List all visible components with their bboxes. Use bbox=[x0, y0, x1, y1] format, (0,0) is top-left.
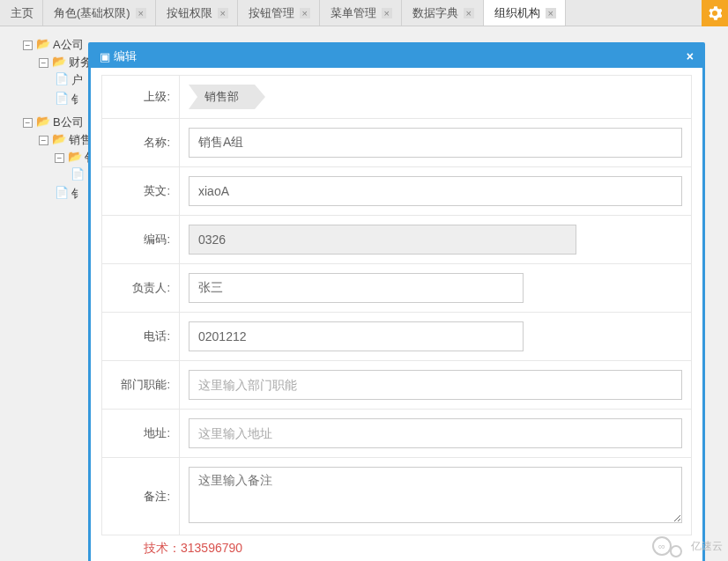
tab-home[interactable]: 主页 bbox=[0, 0, 43, 26]
tab-roles[interactable]: 角色(基础权限)× bbox=[43, 0, 156, 26]
tab-bar: 主页 角色(基础权限)× 按钮权限× 按钮管理× 菜单管理× 数据字典× 组织机… bbox=[0, 0, 728, 26]
folder-open-icon: 📂 bbox=[52, 132, 66, 145]
settings-button[interactable] bbox=[702, 0, 728, 26]
tab-button-mgmt[interactable]: 按钮管理× bbox=[238, 0, 320, 26]
remark-textarea[interactable] bbox=[189, 467, 682, 523]
watermark-icon bbox=[670, 545, 682, 557]
folder-open-icon: 📂 bbox=[36, 37, 50, 50]
tab-label: 按钮权限 bbox=[167, 5, 212, 21]
tree-label: A公司 bbox=[53, 38, 84, 51]
folder-open-icon: 📂 bbox=[36, 114, 50, 128]
collapse-icon[interactable]: − bbox=[55, 153, 64, 163]
collapse-icon[interactable]: − bbox=[23, 41, 33, 50]
field-label-name: 名称: bbox=[102, 119, 180, 167]
tab-label: 主页 bbox=[11, 5, 33, 21]
form-table: 上级: 销售部 名称: 英文: 编码: 负责人: bbox=[101, 75, 692, 535]
field-label-phone: 电话: bbox=[102, 313, 180, 361]
folder-open-icon: 📂 bbox=[68, 150, 82, 163]
field-label-owner: 负责人: bbox=[102, 264, 180, 313]
file-icon: 📄 bbox=[55, 186, 69, 199]
name-input[interactable] bbox=[189, 128, 682, 158]
close-icon[interactable]: × bbox=[300, 8, 310, 18]
tab-data-dict[interactable]: 数据字典× bbox=[402, 0, 484, 26]
collapse-icon[interactable]: − bbox=[39, 136, 48, 145]
field-label-remark: 备注: bbox=[102, 458, 180, 535]
tab-label: 角色(基础权限) bbox=[54, 5, 130, 21]
tab-button-perm[interactable]: 按钮权限× bbox=[156, 0, 238, 26]
tab-label: 菜单管理 bbox=[331, 5, 376, 21]
field-label-addr: 地址: bbox=[102, 410, 180, 458]
dialog-title: 编辑 bbox=[114, 48, 137, 64]
field-label-func: 部门职能: bbox=[102, 361, 180, 410]
owner-input[interactable] bbox=[189, 273, 524, 303]
tab-label: 组织机构 bbox=[494, 5, 540, 21]
tree-label: 户 bbox=[71, 73, 83, 86]
window-icon: ▣ bbox=[100, 50, 110, 63]
code-input bbox=[189, 225, 576, 255]
tab-label: 按钮管理 bbox=[249, 5, 294, 21]
file-icon: 📄 bbox=[71, 167, 85, 181]
tree-label: B公司 bbox=[53, 115, 84, 129]
folder-open-icon: 📂 bbox=[52, 55, 66, 68]
breadcrumb-text: 销售部 bbox=[204, 89, 239, 105]
tree-label: 钅 bbox=[71, 187, 83, 200]
close-icon[interactable]: × bbox=[464, 8, 474, 18]
file-icon: 📄 bbox=[55, 72, 69, 85]
close-icon[interactable]: × bbox=[136, 8, 146, 18]
tab-org[interactable]: 组织机构× bbox=[484, 0, 566, 26]
tech-note: 技术：313596790 bbox=[101, 535, 692, 561]
breadcrumb-item[interactable]: 销售部 bbox=[189, 85, 255, 109]
close-icon[interactable]: × bbox=[382, 8, 392, 18]
tree-label: 钅 bbox=[71, 92, 83, 106]
address-input[interactable] bbox=[189, 418, 682, 448]
phone-input[interactable] bbox=[189, 321, 524, 351]
collapse-icon[interactable]: − bbox=[39, 58, 48, 68]
gear-icon bbox=[708, 6, 722, 20]
tab-menu-mgmt[interactable]: 菜单管理× bbox=[320, 0, 402, 26]
dialog-body: 上级: 销售部 名称: 英文: 编码: 负责人: bbox=[91, 68, 702, 561]
watermark-text: 亿速云 bbox=[691, 539, 723, 554]
watermark: ∞ 亿速云 bbox=[652, 536, 723, 556]
close-icon[interactable]: × bbox=[218, 8, 228, 18]
tab-label: 数据字典 bbox=[412, 5, 458, 21]
parent-breadcrumb[interactable]: 销售部 bbox=[189, 85, 682, 109]
english-input[interactable] bbox=[189, 176, 682, 206]
dialog-header: ▣ 编辑 × bbox=[91, 45, 702, 68]
function-input[interactable] bbox=[189, 370, 682, 400]
watermark-icon: ∞ bbox=[652, 536, 672, 556]
field-label-code: 编码: bbox=[102, 216, 180, 264]
edit-dialog: ▣ 编辑 × 上级: 销售部 名称: 英文: bbox=[88, 42, 705, 561]
field-label-parent: 上级: bbox=[102, 76, 180, 119]
file-icon: 📄 bbox=[55, 92, 69, 105]
collapse-icon[interactable]: − bbox=[23, 118, 33, 128]
close-icon[interactable]: × bbox=[546, 8, 556, 18]
field-label-en: 英文: bbox=[102, 167, 180, 216]
close-icon[interactable]: × bbox=[687, 49, 694, 63]
